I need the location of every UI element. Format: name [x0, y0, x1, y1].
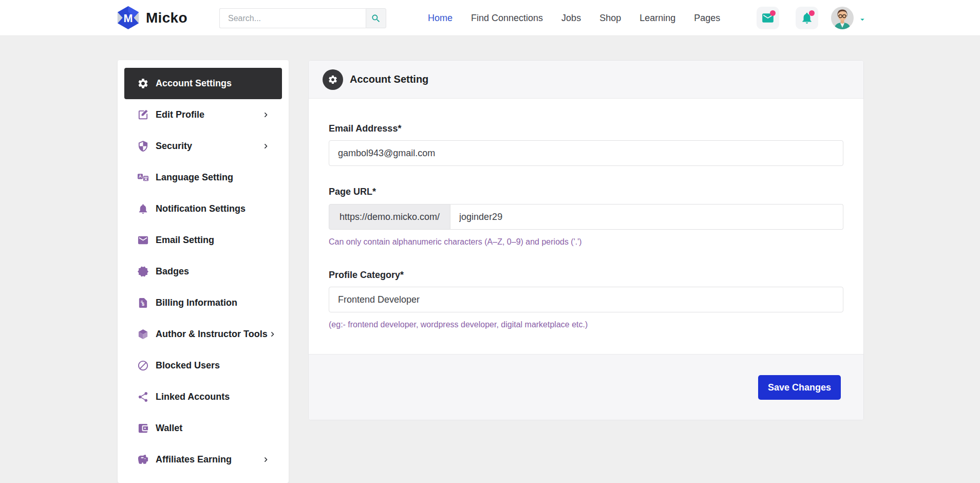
sidebar-item[interactable]: Badges [124, 256, 282, 287]
sidebar-item[interactable]: Edit Profile [124, 99, 282, 131]
sidebar-item[interactable]: Account Settings [124, 68, 282, 99]
sidebar-item[interactable]: Email Setting [124, 225, 282, 256]
notifications-badge-dot [809, 10, 815, 16]
sidebar-item-label: Account Settings [156, 78, 232, 89]
sidebar-item[interactable]: Linked Accounts [124, 381, 282, 413]
sidebar-item[interactable]: $ Billing Information [124, 287, 282, 319]
sidebar-item-label: Affiliates Earning [156, 454, 232, 465]
search-input[interactable] [219, 8, 366, 28]
search-icon [371, 13, 381, 24]
top-navbar: M Micko Home Find Connections Jobs Shop … [0, 0, 980, 36]
nav-link[interactable]: Jobs [561, 13, 581, 24]
card-title: Account Setting [350, 73, 428, 85]
sidebar-item-label: Billing Information [156, 298, 237, 308]
sidebar-item[interactable]: Author & Instructor Tools [124, 319, 282, 350]
envelope-icon [137, 234, 149, 247]
account-setting-card: Account Setting Email Addresss* Page URL… [308, 60, 864, 420]
sidebar-item[interactable]: Notification Settings [124, 193, 282, 225]
shield-icon [137, 140, 149, 153]
nav-link[interactable]: Shop [599, 13, 621, 24]
search-button[interactable] [366, 8, 386, 28]
page-url-helper: Can only contain alphanumeric characters… [329, 237, 843, 247]
sidebar-item-label: Author & Instructor Tools [156, 329, 268, 340]
language-icon: A [137, 172, 149, 184]
sidebar-item-label: Linked Accounts [156, 392, 230, 402]
brand[interactable]: M Micko [116, 6, 187, 30]
nav-link-label: Jobs [561, 13, 581, 23]
sidebar-item[interactable]: Wallet [124, 413, 282, 444]
caret-down-icon [858, 15, 867, 24]
sidebar-item-label: Email Setting [156, 235, 214, 246]
sidebar-item-label: Blocked Users [156, 360, 220, 371]
chevron-right-icon [261, 110, 271, 120]
brand-name: Micko [146, 10, 187, 26]
sidebar-item[interactable]: Affiliates Earning [124, 444, 282, 475]
user-avatar[interactable] [830, 6, 855, 30]
sidebar-item[interactable]: Security [124, 131, 282, 162]
page-url-label: Page URL* [329, 187, 843, 197]
nav-link-label: Learning [639, 13, 675, 23]
page-url-field[interactable] [450, 204, 843, 230]
sidebar-item-label: Edit Profile [156, 109, 204, 120]
avatar-dropdown-caret[interactable] [858, 15, 867, 26]
edit-icon [137, 109, 149, 121]
nav-link[interactable]: Learning [639, 13, 675, 24]
badge-icon [137, 266, 149, 278]
sidebar-item[interactable]: A Language Setting [124, 162, 282, 193]
email-field[interactable] [329, 140, 843, 166]
bell-icon [137, 203, 149, 215]
nav-link-label: Home [428, 13, 453, 23]
avatar-image [830, 6, 855, 30]
sidebar-item-label: Notification Settings [156, 203, 246, 214]
notifications-button[interactable] [796, 7, 818, 29]
profile-category-helper: (eg:- frontend developer, wordpress deve… [329, 320, 843, 329]
page-url-group: https://demo.micko.com/ [329, 204, 843, 230]
sidebar-item[interactable]: Blocked Users [124, 350, 282, 381]
chevron-right-icon [261, 141, 271, 151]
wallet-icon [137, 422, 149, 435]
card-header: Account Setting [309, 61, 863, 99]
piggy-icon [137, 454, 149, 466]
card-body: Email Addresss* Page URL* https://demo.m… [309, 123, 863, 329]
nav-link-label: Find Connections [471, 13, 543, 23]
settings-menu: Account Settings Edit Profile Security A… [124, 68, 282, 475]
header-gear-circle [323, 69, 343, 90]
settings-sidebar: Account Settings Edit Profile Security A… [118, 60, 289, 483]
navbar-search [219, 8, 386, 28]
svg-text:A: A [139, 174, 142, 179]
nav-link-label: Pages [694, 13, 720, 23]
micko-logo-icon: M [116, 6, 140, 30]
chevron-right-icon [268, 329, 277, 339]
blocked-icon [137, 360, 149, 372]
nav-link-label: Shop [599, 13, 621, 23]
gear-icon [328, 75, 338, 85]
nav-link[interactable]: Home [428, 13, 453, 24]
cube-icon [137, 328, 149, 341]
messages-button[interactable] [757, 7, 779, 29]
nav-link[interactable]: Pages [694, 13, 720, 24]
sidebar-item-label: Wallet [156, 423, 182, 434]
profile-category-label: Profile Category* [329, 270, 843, 281]
messages-badge-dot [770, 10, 776, 16]
sidebar-item-label: Security [156, 141, 192, 152]
sidebar-item-label: Badges [156, 266, 189, 277]
card-footer: Save Changes [309, 354, 863, 420]
sidebar-item-label: Language Setting [156, 172, 233, 183]
gear-icon [137, 78, 149, 90]
profile-category-field[interactable] [329, 287, 843, 312]
save-changes-button[interactable]: Save Changes [758, 375, 841, 400]
nav-links: Home Find Connections Jobs Shop Learning… [428, 0, 720, 36]
share-icon [137, 391, 149, 403]
page-url-prefix: https://demo.micko.com/ [329, 204, 450, 230]
svg-text:M: M [124, 12, 133, 25]
chevron-right-icon [261, 455, 271, 465]
email-label: Email Addresss* [329, 123, 843, 134]
billing-icon: $ [137, 297, 149, 309]
nav-link[interactable]: Find Connections [471, 13, 543, 24]
